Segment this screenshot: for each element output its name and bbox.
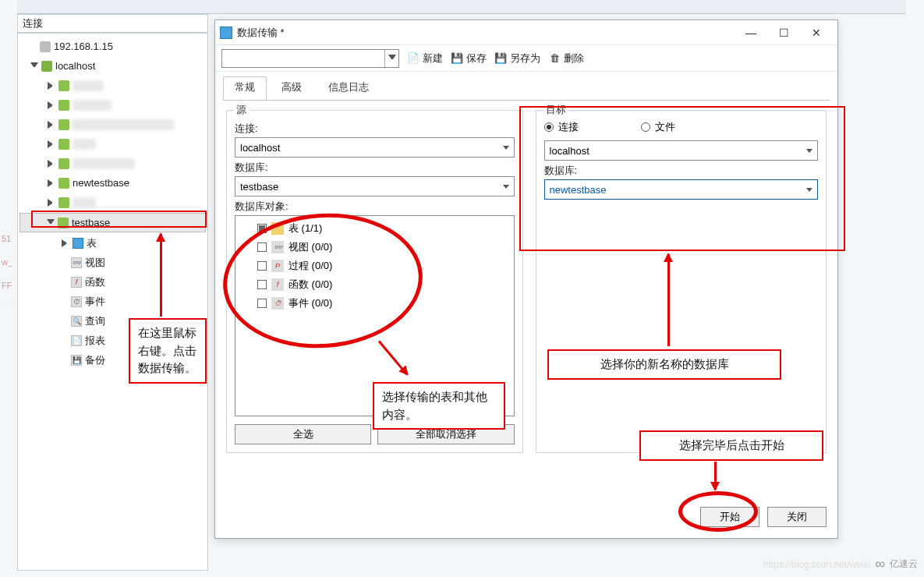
chevron-right-icon[interactable]: [48, 179, 55, 187]
chevron-down-icon: [503, 185, 509, 189]
tree-node-blur[interactable]: [18, 134, 207, 154]
tree-node-ip[interactable]: 192.168.1.15: [18, 37, 207, 56]
view-icon: 👓: [71, 257, 82, 268]
connections-header: 连接: [17, 14, 208, 33]
connection-tree[interactable]: 192.168.1.15 localhost newtestbase testb…: [17, 33, 208, 571]
delete-icon: 🗑: [548, 52, 561, 65]
event-icon: ⏱: [71, 296, 82, 307]
report-icon: 📄: [71, 335, 82, 346]
database-icon: [58, 197, 69, 208]
delete-button[interactable]: 🗑删除: [548, 51, 584, 65]
table-icon: [73, 238, 83, 249]
database-icon: [58, 80, 69, 91]
dialog-toolbar: 📄新建 💾保存 💾另存为 🗑删除: [215, 45, 837, 72]
annotation-highlight-target: [519, 106, 845, 251]
tab-advanced[interactable]: 高级: [270, 76, 313, 100]
close-button[interactable]: ✕: [800, 22, 833, 44]
source-db-label: 数据库:: [235, 161, 515, 175]
dialog-title: 数据传输 *: [237, 26, 285, 40]
dialog-tabs: 常规 高级 信息日志: [215, 72, 837, 100]
tab-general[interactable]: 常规: [223, 76, 267, 100]
tree-node-views[interactable]: 👓视图: [18, 253, 207, 272]
tree-node-localhost[interactable]: localhost: [18, 56, 207, 76]
chevron-right-icon[interactable]: [48, 121, 55, 129]
server-icon: [40, 41, 51, 52]
dialog-icon: [220, 27, 232, 39]
chevron-right-icon[interactable]: [62, 239, 69, 247]
annotation-ellipse-start: [678, 491, 758, 532]
database-icon: [58, 178, 69, 189]
maximize-button[interactable]: ☐: [767, 22, 800, 44]
chevron-right-icon[interactable]: [48, 140, 55, 148]
annotation-text-target: 选择你的新名称的数据库: [547, 349, 781, 380]
source-legend: 源: [233, 103, 250, 117]
tab-log[interactable]: 信息日志: [317, 76, 381, 100]
source-conn-select[interactable]: localhost: [235, 137, 515, 158]
minimize-button[interactable]: —: [735, 22, 767, 44]
tree-node-events[interactable]: ⏱事件: [18, 292, 207, 311]
new-icon: 📄: [407, 52, 420, 65]
tree-label: newtestbase: [73, 177, 129, 189]
chevron-right-icon[interactable]: [48, 199, 55, 207]
annotation-text-start: 选择完毕后点击开始: [639, 430, 823, 461]
tree-node-functions[interactable]: f函数: [18, 272, 207, 292]
database-icon: [58, 158, 69, 169]
page-edge-marks: 51w_FF: [0, 234, 17, 304]
tree-label: 函数: [85, 275, 105, 289]
query-icon: 🔍: [71, 316, 82, 327]
annotation-text-source: 选择传输的表和其他内容。: [373, 382, 505, 430]
chevron-right-icon[interactable]: [48, 82, 55, 90]
new-button[interactable]: 📄新建: [407, 51, 443, 65]
tree-label: 查询: [85, 314, 105, 328]
chevron-right-icon[interactable]: [48, 101, 55, 109]
tree-label: 备份: [85, 353, 105, 367]
select-all-button[interactable]: 全选: [235, 424, 371, 444]
function-icon: f: [71, 277, 82, 288]
tree-node-blur[interactable]: [18, 154, 207, 173]
tree-label: 事件: [85, 295, 105, 309]
save-button[interactable]: 💾保存: [451, 51, 487, 65]
tree-node-newtestbase[interactable]: newtestbase: [18, 173, 207, 193]
save-icon: 💾: [451, 52, 463, 65]
tree-node-blur[interactable]: [18, 115, 207, 134]
tree-node-blur[interactable]: [18, 76, 207, 95]
chevron-down-icon: [388, 55, 396, 62]
tree-label: 报表: [85, 334, 105, 348]
tree-node-tables[interactable]: 表: [18, 233, 207, 253]
watermark: https://blog.csdn.net/weixi ∞ 亿速云: [763, 556, 918, 572]
chevron-down-icon: [503, 146, 509, 150]
chevron-right-icon[interactable]: [48, 160, 55, 168]
saveas-button[interactable]: 💾另存为: [494, 51, 540, 65]
tree-label: 表: [87, 236, 97, 250]
source-db-select[interactable]: testbase: [235, 176, 515, 196]
annotation-arrow: [714, 462, 717, 490]
server-icon: [41, 61, 52, 72]
dialog-titlebar[interactable]: 数据传输 * — ☐ ✕: [215, 20, 837, 45]
chevron-down-icon[interactable]: [30, 62, 38, 70]
database-icon: [58, 139, 69, 150]
annotation-text-sidebar: 在这里鼠标右键。点击数据传输。: [129, 318, 207, 384]
annotation-arrow: [667, 254, 670, 346]
tree-node-blur[interactable]: [18, 193, 207, 212]
profile-combo[interactable]: [221, 49, 399, 68]
database-icon: [58, 119, 69, 130]
database-icon: [58, 100, 69, 111]
backup-icon: 💾: [71, 355, 82, 366]
source-conn-label: 连接:: [235, 122, 515, 136]
tree-label: 192.168.1.15: [54, 41, 113, 52]
saveas-icon: 💾: [494, 52, 507, 65]
annotation-arrow: [160, 234, 162, 317]
tree-label: localhost: [55, 60, 95, 72]
tree-node-blur[interactable]: [18, 95, 207, 115]
app-toolbar: [17, 0, 906, 14]
tree-label: 视图: [85, 256, 105, 270]
close-dialog-button[interactable]: 关闭: [767, 507, 827, 527]
annotation-highlight-testbase: [31, 211, 207, 228]
source-obj-label: 数据库对象:: [235, 200, 515, 214]
